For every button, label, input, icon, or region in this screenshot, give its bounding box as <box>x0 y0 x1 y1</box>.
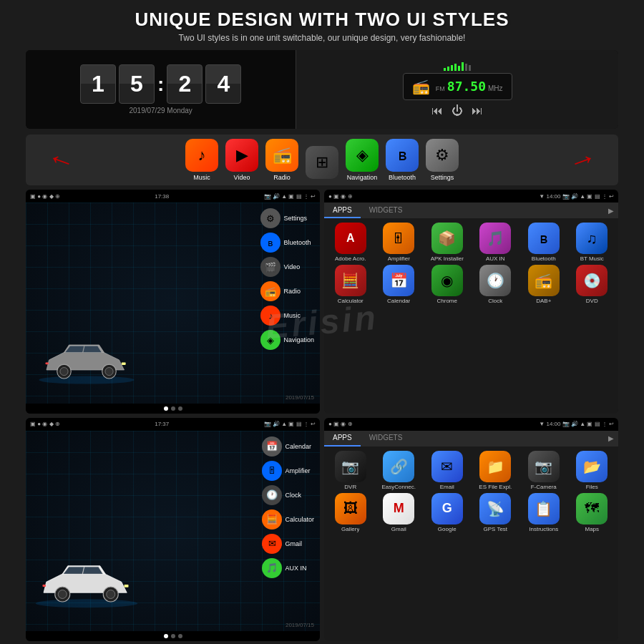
gmail-label: Gmail <box>391 526 406 532</box>
dab-label: DAB+ <box>536 298 551 304</box>
radio-menu-label: Radio <box>283 288 301 295</box>
strip-icon-settings[interactable]: ⚙ Settings <box>426 139 459 181</box>
google-label: Google <box>438 526 457 532</box>
radio-prev-icon[interactable]: ⏮ <box>431 104 443 117</box>
radio-bars-display <box>444 62 471 71</box>
radio-display: 📻 FM 87.50 MHz <box>403 73 512 100</box>
music-menu-label: Music <box>283 312 301 319</box>
tab-apps-2[interactable]: APPS <box>324 431 361 447</box>
menu-item-gmail[interactable]: ✉ Gmail <box>262 534 314 554</box>
menu-item-clock[interactable]: 🕐 Clock <box>262 485 314 505</box>
app-item-files[interactable]: 📂 Files <box>570 451 615 490</box>
radio-controls: ⏮ ⏻ ⏭ <box>431 104 483 117</box>
strip-icon-radio[interactable]: 📻 Radio <box>265 139 298 181</box>
radio-next-icon[interactable]: ⏭ <box>472 104 483 117</box>
menu-item-settings[interactable]: ⚙ Settings <box>260 208 314 228</box>
app-grid-content-2: 📷 DVR 🔗 EasyConnec. ✉ Email 📁 <box>324 447 618 642</box>
app-item-bluetooth[interactable]: ʙ Bluetooth <box>522 223 566 262</box>
clock-menu-label: Clock <box>285 492 301 499</box>
calendar-icon: 📅 <box>383 265 414 296</box>
fcamera-icon: 📷 <box>528 451 560 482</box>
amplifier-label: Amplifier <box>388 255 410 262</box>
top-panel: 1 5 : 2 4 2019/07/29 Monday <box>26 50 618 129</box>
strip-icon-bluetooth[interactable]: ʙ Bluetooth <box>386 139 419 181</box>
strip-icon-nav[interactable]: ◈ Navigation <box>346 139 379 181</box>
app-item-easyconnect[interactable]: 🔗 EasyConnec. <box>377 451 421 490</box>
car-ui-body-2: 📅 Calendar 🎚 Amplifier 🕐 Clock 🧮 <box>26 431 320 632</box>
app-item-calendar[interactable]: 📅 Calendar <box>377 265 421 304</box>
app-item-instructions[interactable]: 📋 Instructions <box>522 493 566 532</box>
app-item-gpstest[interactable]: 📡 GPS Test <box>474 493 518 532</box>
nav-icon: ◈ <box>346 139 379 172</box>
arrow-left-icon: ← <box>43 140 81 180</box>
statusbar-4: ● ▣ ◉ ⊕ ▼ 14:00 📷 🔊 ▲ ▣ ▤ ⋮ ↩ <box>324 418 618 431</box>
svg-rect-5 <box>122 362 126 365</box>
app-item-calculator[interactable]: 🧮 Calculator <box>328 265 373 304</box>
menu-item-amplifier[interactable]: 🎚 Amplifier <box>262 461 314 481</box>
google-icon: G <box>431 493 463 525</box>
status-icons-left: ▣ ● ◉ ◆ ⊕ <box>30 193 60 200</box>
car-ui-panel-1: ▣ ● ◉ ◆ ⊕ 17:38 📷 🔊 ▲ ▣ ▤ ⋮ ↩ <box>26 190 320 414</box>
page-wrapper: UNIQUE DESIGN WITH TWO UI STYLES Two UI … <box>0 0 644 644</box>
strip-icon-music[interactable]: ♪ Music <box>185 139 218 181</box>
app-item-google[interactable]: G Google <box>425 493 469 532</box>
app-item-apk[interactable]: 📦 APK Installer <box>425 223 469 262</box>
menu-item-radio[interactable]: 📻 Radio <box>260 281 314 301</box>
status-icons-left-2: ● ▣ ◉ ⊕ <box>328 193 353 200</box>
clock-panel: 1 5 : 2 4 2019/07/29 Monday <box>26 50 296 129</box>
calculator-label: Calculator <box>338 298 364 304</box>
tab-widgets-1[interactable]: WIDGETS <box>361 203 411 218</box>
menu-item-video[interactable]: 🎬 Video <box>260 257 314 277</box>
app-item-chrome[interactable]: ◉ Chrome <box>425 265 469 304</box>
menu-item-auxin[interactable]: 🎵 AUX IN <box>262 558 314 578</box>
email-label: Email <box>440 484 454 490</box>
app-grid-2: ● ▣ ◉ ⊕ ▼ 14:00 📷 🔊 ▲ ▣ ▤ ⋮ ↩ APPS WIDGE… <box>324 418 618 642</box>
instructions-label: Instructions <box>529 526 558 532</box>
app-item-dvr[interactable]: 📷 DVR <box>328 451 373 490</box>
menu-item-music[interactable]: ♪ Music <box>260 306 314 326</box>
menu-item-bluetooth[interactable]: ʙ Bluetooth <box>260 233 314 253</box>
car-ui-bottom-1 <box>26 404 320 414</box>
svg-point-4 <box>105 367 113 375</box>
menu-item-calendar[interactable]: 📅 Calendar <box>262 436 314 457</box>
settings-menu-icon: ⚙ <box>260 208 280 228</box>
radio-power-icon[interactable]: ⏻ <box>452 104 463 117</box>
app-item-auxin[interactable]: 🎵 AUX IN <box>474 223 518 262</box>
app-item-maps[interactable]: 🗺 Maps <box>570 493 615 532</box>
esfile-label: ES File Expl. <box>479 484 512 490</box>
app-item-email[interactable]: ✉ Email <box>425 451 469 490</box>
menu-item-calculator[interactable]: 🧮 Calculator <box>262 509 314 530</box>
app-item-acrobat[interactable]: A Adobe Acro. <box>328 223 373 262</box>
menu-item-nav[interactable]: ◈ Navigation <box>260 330 314 350</box>
app-item-gallery[interactable]: 🖼 Gallery <box>328 493 373 532</box>
app-item-esfile[interactable]: 📁 ES File Expl. <box>474 451 518 490</box>
min-tens: 2 <box>167 64 203 104</box>
gpstest-icon: 📡 <box>479 493 511 525</box>
music-icon: ♪ <box>185 139 218 172</box>
acrobat-label: Adobe Acro. <box>335 255 366 262</box>
radio-icon: 📻 <box>412 78 430 95</box>
radio-label: Radio <box>273 174 291 181</box>
gpstest-label: GPS Test <box>483 526 507 532</box>
arrow-right-icon: → <box>564 140 602 180</box>
tab-apps-1[interactable]: APPS <box>324 203 361 218</box>
auxin-icon: 🎵 <box>479 223 511 254</box>
video-menu-icon: 🎬 <box>260 257 280 277</box>
strip-icon-grid[interactable]: ⊞ <box>306 146 338 181</box>
app-item-amplifier[interactable]: 🎚 Amplifier <box>377 223 421 262</box>
app-item-gmail[interactable]: M Gmail <box>377 493 421 532</box>
app-item-fcamera[interactable]: 📷 F-Camera <box>522 451 566 490</box>
strip-icon-video[interactable]: ▶ Video <box>225 139 258 181</box>
app-item-clock[interactable]: 🕐 Clock <box>474 265 518 304</box>
car-image-2 <box>33 556 140 613</box>
app-item-btmusic[interactable]: ♫ BT Music <box>570 223 615 262</box>
app-item-dab[interactable]: 📻 DAB+ <box>522 265 566 304</box>
radio-icon-strip: 📻 <box>265 139 298 172</box>
hour-ones: 5 <box>119 64 155 104</box>
video-menu-label: Video <box>283 263 300 270</box>
tab-widgets-2[interactable]: WIDGETS <box>361 431 411 447</box>
app-item-dvd[interactable]: 💿 DVD <box>570 265 615 304</box>
acrobat-icon: A <box>335 223 366 254</box>
apk-icon: 📦 <box>431 223 463 254</box>
dvr-label: DVR <box>344 484 356 490</box>
